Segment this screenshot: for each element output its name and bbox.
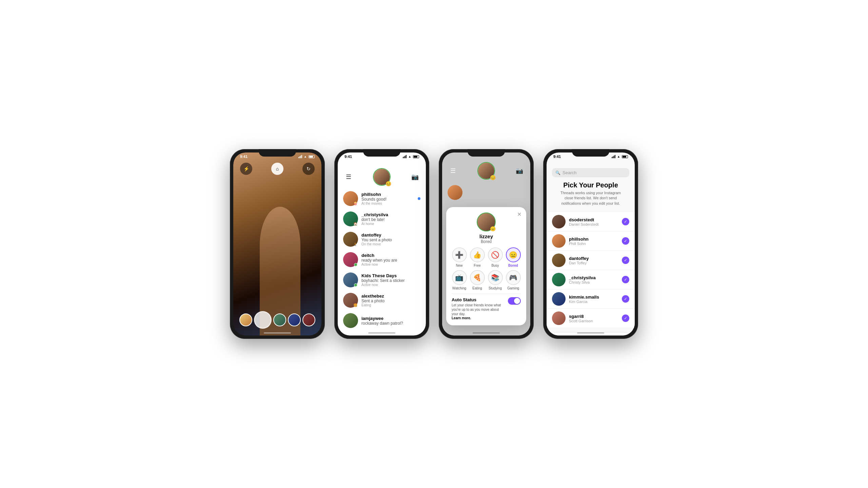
message-item-christysilva[interactable]: 🏠 _christysilva don't be late! At home xyxy=(338,209,426,229)
home-indicator-4 xyxy=(577,332,604,333)
person-item-kimmiesmalls[interactable]: kimmie.smalls Kim Garcia ✓ xyxy=(547,289,635,309)
status-option-free[interactable]: 👍 Free xyxy=(470,247,485,267)
home-button[interactable]: ⌂ xyxy=(271,163,283,175)
search-bar[interactable]: 🔍 Search xyxy=(552,168,629,177)
p3-user-avatar-wrap[interactable]: 😊 xyxy=(477,162,495,180)
msg-text-1: Sounds good! xyxy=(361,197,414,202)
status-btn-gaming[interactable]: 🎮 xyxy=(506,270,521,285)
auto-status-row: Auto Status Let your close friends know … xyxy=(452,297,521,320)
capture-button[interactable] xyxy=(254,311,272,329)
unread-dot-1 xyxy=(418,197,420,200)
battery-2 xyxy=(413,155,419,158)
camera-button[interactable]: 📷 xyxy=(410,171,420,182)
message-item-iamjaywee[interactable]: iamjaywee rockaway dawn patrol? xyxy=(338,310,426,331)
auto-status-title: Auto Status xyxy=(452,297,505,302)
person-item-sgarri8[interactable]: sgarri8 Scott Garrison ✓ xyxy=(547,309,635,328)
emoji-christysilva: 🏠 xyxy=(353,222,357,226)
message-item-alexthebez[interactable]: 🍔 alexthebez Sent a photo Eating xyxy=(338,290,426,310)
status-label-bored: Bored xyxy=(508,264,518,267)
check-kimmiesmalls[interactable]: ✓ xyxy=(622,295,629,303)
avatar-christysilva-p4 xyxy=(552,273,566,286)
status-label-free: Free xyxy=(474,264,481,267)
status-btn-bored[interactable]: 😑 xyxy=(506,247,521,262)
status-option-watching[interactable]: 📺 Watching xyxy=(452,270,467,290)
status-label-studying: Studying xyxy=(489,286,502,290)
msg-sub-6: Eating xyxy=(361,303,420,307)
check-christysilva[interactable]: ✓ xyxy=(622,276,629,283)
msg-text-2: don't be late! xyxy=(361,217,420,222)
status-option-new[interactable]: ➕ New xyxy=(452,247,467,267)
p1-bottom-controls xyxy=(233,311,321,329)
person-name-4: _christysilva xyxy=(569,275,618,280)
flash-button[interactable]: ⚡ xyxy=(240,163,252,175)
person-item-dantoffey[interactable]: dantoffey Dan Toffey ✓ xyxy=(547,251,635,270)
msg-text-5: boyhachi: Sent a sticker xyxy=(361,278,420,283)
active-dot-kidsthesedays xyxy=(354,283,357,287)
check-phillsohn[interactable]: ✓ xyxy=(622,237,629,245)
status-option-bored[interactable]: 😑 Bored xyxy=(506,247,521,267)
message-item-kidsthesedays[interactable]: Kids These Days boyhachi: Sent a sticker… xyxy=(338,270,426,290)
emoji-alexthebez: 🍔 xyxy=(353,303,357,307)
user-avatar-wrap[interactable]: 😊 xyxy=(373,168,391,186)
story-thumb-3[interactable] xyxy=(288,313,301,326)
p3-menu-button[interactable]: ☰ xyxy=(448,165,458,176)
p3-camera-button[interactable]: 📷 xyxy=(514,165,525,176)
msg-name-1: phillsohn xyxy=(361,192,414,197)
avatar-kimmiesmalls xyxy=(552,292,566,306)
avatar-deitch xyxy=(343,252,358,267)
search-icon: 🔍 xyxy=(555,170,560,175)
avatar-christysilva: 🏠 xyxy=(343,211,358,226)
notch-3 xyxy=(468,149,505,157)
menu-button[interactable]: ☰ xyxy=(343,171,354,182)
pick-title: Pick Your People xyxy=(552,181,629,189)
status-btn-busy[interactable]: 🚫 xyxy=(488,247,503,262)
person-info-5: kimmie.smalls Kim Garcia xyxy=(569,294,618,304)
auto-status-toggle[interactable] xyxy=(508,297,521,305)
status-btn-watching[interactable]: 📺 xyxy=(452,270,467,285)
status-options-grid: ➕ New 👍 Free 🚫 Busy 😑 xyxy=(452,247,521,290)
msg-name-5: Kids These Days xyxy=(361,273,420,278)
p4-header: 🔍 Search Pick Your People Threads works … xyxy=(547,159,635,212)
person-item-christysilva[interactable]: _christysilva Christy Silva ✓ xyxy=(547,270,635,289)
flip-camera-button[interactable]: ↻ xyxy=(302,163,315,175)
modal-avatar-section: 😑 lizzey Bored xyxy=(452,212,521,244)
check-dantoffey[interactable]: ✓ xyxy=(622,257,629,264)
status-btn-new[interactable]: ➕ xyxy=(452,247,467,262)
status-btn-free[interactable]: 👍 xyxy=(470,247,485,262)
avatar-dantoffey: 🚶 xyxy=(343,232,358,247)
status-label-eating: Eating xyxy=(472,286,482,290)
status-btn-studying[interactable]: 📚 xyxy=(488,270,503,285)
p3-user-emoji: 😊 xyxy=(490,175,496,180)
user-emoji: 😊 xyxy=(386,181,391,186)
person-item-dsoderstedt[interactable]: dsoderstedt Daniel Soderstedt ✓ xyxy=(547,212,635,231)
msg-sub-5: Active now xyxy=(361,283,420,287)
message-item-deitch[interactable]: deitch ready when you are Active now xyxy=(338,249,426,270)
status-option-busy[interactable]: 🚫 Busy xyxy=(488,247,503,267)
msg-sub-1: At the movies xyxy=(361,202,414,205)
status-option-eating[interactable]: 🍕 Eating xyxy=(470,270,485,290)
story-thumb-4[interactable] xyxy=(302,313,315,326)
msg-text-7: rockaway dawn patrol? xyxy=(361,321,420,326)
phone-1-camera: 9:41 ▲ ⚡ ⌂ ↻ xyxy=(230,149,325,339)
story-thumb-2[interactable] xyxy=(273,313,286,326)
avatar-kidsthesedays xyxy=(343,272,358,287)
status-btn-eating[interactable]: 🍕 xyxy=(470,270,485,285)
messages-list: 🍿 phillsohn Sounds good! At the movies 🏠 xyxy=(338,188,426,331)
modal-close-button[interactable]: ✕ xyxy=(517,211,521,218)
p2-header: ☰ 😊 📷 xyxy=(338,159,426,188)
msg-content-4: deitch ready when you are Active now xyxy=(361,253,420,266)
search-placeholder: Search xyxy=(563,170,576,175)
person-item-phillsohn[interactable]: phillsohn Phill Sohn ✓ xyxy=(547,231,635,251)
msg-sub-2: At home xyxy=(361,222,420,226)
msg-text-6: Sent a photo xyxy=(361,299,420,303)
status-option-gaming[interactable]: 🎮 Gaming xyxy=(506,270,521,290)
auto-status-link[interactable]: Learn more. xyxy=(452,316,505,320)
story-thumb-1[interactable] xyxy=(239,313,252,326)
check-dsoderstedt[interactable]: ✓ xyxy=(622,218,629,225)
notch-1 xyxy=(259,149,296,157)
check-sgarri8[interactable]: ✓ xyxy=(622,314,629,322)
status-option-studying[interactable]: 📚 Studying xyxy=(488,270,503,290)
message-item-dantoffey[interactable]: 🚶 dantoffey You sent a photo On the move xyxy=(338,229,426,249)
message-item-phillsohn[interactable]: 🍿 phillsohn Sounds good! At the movies xyxy=(338,188,426,209)
p1-top-icons: ⚡ ⌂ ↻ xyxy=(233,163,321,175)
